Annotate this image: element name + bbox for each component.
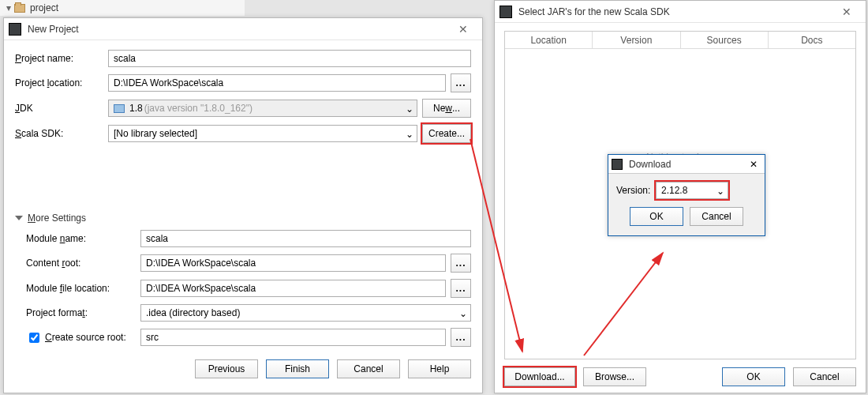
titlebar: Download ✕ xyxy=(608,155,765,174)
label-content-root: Content root: xyxy=(26,258,140,269)
version-combo[interactable]: 2.12.8 ⌄ xyxy=(656,182,728,199)
new-project-body: Project name: Project location: ... JDK … xyxy=(4,40,482,386)
label-version: Version: xyxy=(616,185,656,196)
label-project-name: Project name: xyxy=(15,53,108,64)
previous-button[interactable]: Previous xyxy=(195,359,258,378)
jdk-version-detail: (java version "1.8.0_162") xyxy=(144,103,253,114)
jdk-value: 1.8 xyxy=(129,103,143,114)
jar-table-headers: Location Version Sources Docs xyxy=(505,32,855,49)
label-scala-sdk: Scala SDK: xyxy=(15,128,108,139)
project-format-value: .idea (directory based) xyxy=(146,307,240,318)
chevron-down-icon: ⌄ xyxy=(406,129,413,140)
select-jar-buttons: Download... Browse... OK Cancel xyxy=(504,359,856,386)
create-source-root-checkbox-label[interactable]: Create source root: xyxy=(26,330,140,345)
help-button[interactable]: Help xyxy=(408,359,471,378)
download-button[interactable]: Download... xyxy=(504,367,575,386)
folder-icon xyxy=(114,104,125,113)
content-root-input[interactable] xyxy=(140,254,446,272)
project-format-combo[interactable]: .idea (directory based) ⌄ xyxy=(140,304,471,322)
chevron-down-icon: ⌄ xyxy=(406,103,413,115)
new-project-window: New Project ✕ Project name: Project loca… xyxy=(3,17,483,393)
label-module-name: Module name: xyxy=(26,233,140,244)
col-version[interactable]: Version xyxy=(593,32,680,48)
close-icon[interactable]: ✕ xyxy=(746,159,761,170)
create-source-root-checkbox[interactable] xyxy=(29,333,39,343)
scala-sdk-value: [No library selected] xyxy=(114,128,197,139)
version-value: 2.12.8 xyxy=(661,185,687,196)
ij-icon xyxy=(9,23,21,36)
new-jdk-button[interactable]: New... xyxy=(422,99,471,118)
triangle-down-icon xyxy=(15,216,23,220)
cancel-button[interactable]: Cancel xyxy=(793,367,856,386)
cancel-button[interactable]: Cancel xyxy=(690,207,743,226)
col-docs[interactable]: Docs xyxy=(769,32,855,48)
col-sources[interactable]: Sources xyxy=(681,32,769,48)
ok-button[interactable]: OK xyxy=(630,207,683,226)
ij-icon xyxy=(499,6,512,18)
chevron-down-icon: ⌄ xyxy=(459,308,467,319)
browse-content-root-button[interactable]: ... xyxy=(451,254,471,273)
project-name-input[interactable] xyxy=(108,50,471,67)
source-root-input[interactable] xyxy=(140,329,446,346)
project-location-input[interactable] xyxy=(108,74,446,92)
module-name-input[interactable] xyxy=(140,230,471,247)
label-jdk: JDK xyxy=(15,103,108,114)
cancel-button[interactable]: Cancel xyxy=(337,359,400,378)
browse-button[interactable]: Browse... xyxy=(583,367,646,386)
more-settings-toggle[interactable]: More Settings xyxy=(15,213,471,224)
window-title: Download xyxy=(629,159,746,170)
finish-button[interactable]: Finish xyxy=(266,359,329,378)
project-tree-header: project xyxy=(0,0,245,16)
ij-icon xyxy=(612,159,623,170)
jdk-combo[interactable]: 1.8 (java version "1.8.0_162") ⌄ xyxy=(108,100,417,117)
close-icon[interactable]: ✕ xyxy=(832,2,861,21)
browse-module-file-location-button[interactable]: ... xyxy=(451,279,471,298)
project-tree-label: project xyxy=(30,2,58,13)
label-project-format: Project format: xyxy=(26,307,140,318)
col-location[interactable]: Location xyxy=(505,32,593,48)
ok-button[interactable]: OK xyxy=(722,367,785,386)
more-settings-label: More Settings xyxy=(28,213,86,224)
dialog-buttons: Previous Finish Cancel Help xyxy=(15,353,471,378)
module-file-location-input[interactable] xyxy=(140,280,446,297)
label-module-file-location: Module file location: xyxy=(26,283,140,294)
browse-source-root-button[interactable]: ... xyxy=(451,328,471,347)
titlebar: New Project ✕ xyxy=(4,18,482,40)
window-title: Select JAR's for the new Scala SDK xyxy=(518,6,832,17)
label-project-location: Project location: xyxy=(15,77,108,88)
chevron-down-icon: ⌄ xyxy=(716,186,724,197)
titlebar: Select JAR's for the new Scala SDK ✕ xyxy=(495,1,866,23)
browse-location-button[interactable]: ... xyxy=(451,73,471,92)
download-dialog: Download ✕ Version: 2.12.8 ⌄ OK Cancel xyxy=(608,154,765,236)
window-title: New Project xyxy=(28,24,449,35)
folder-icon xyxy=(14,4,25,13)
close-icon[interactable]: ✕ xyxy=(449,20,477,39)
create-sdk-button[interactable]: Create... xyxy=(422,124,471,143)
scala-sdk-combo[interactable]: [No library selected] ⌄ xyxy=(108,125,417,142)
label-create-source-root: Create source root: xyxy=(45,332,126,343)
